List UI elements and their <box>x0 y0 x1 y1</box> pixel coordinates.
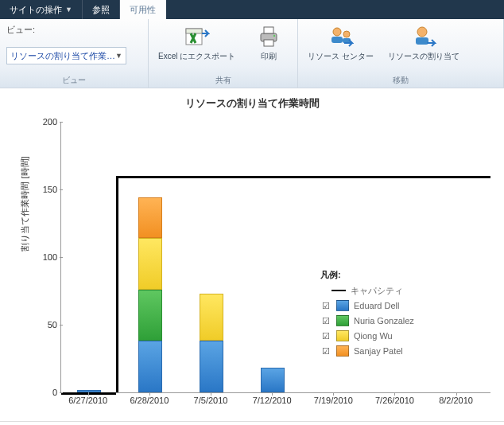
x-tick-label: 7/19/2010 <box>314 396 353 405</box>
x-tick-label: 7/5/2010 <box>194 396 228 405</box>
printer-icon <box>256 24 281 49</box>
svg-rect-7 <box>331 37 343 43</box>
print-button[interactable]: 印刷 <box>246 22 291 63</box>
svg-rect-1 <box>186 29 202 33</box>
svg-rect-11 <box>416 37 428 45</box>
svg-point-10 <box>417 27 427 37</box>
resource-center-icon <box>328 24 354 49</box>
x-tick <box>149 392 150 396</box>
chevron-down-icon: ▼ <box>65 6 72 14</box>
legend-capacity-row: キャパシティ <box>320 284 456 297</box>
y-axis-label: 割り当て作業時間 [時間] <box>19 156 31 251</box>
legend-checkbox[interactable]: ☑ <box>320 346 331 357</box>
capacity-line <box>239 176 300 178</box>
bar-segment <box>138 197 162 238</box>
x-tick <box>333 392 334 396</box>
legend-swatch <box>336 345 349 357</box>
x-tick <box>394 392 395 396</box>
svg-rect-3 <box>264 27 273 33</box>
bar-stack <box>261 368 285 392</box>
resource-assign-button[interactable]: リソースの割り当て <box>385 22 463 63</box>
chart-title: リソースの割り当て作業時間 <box>6 96 498 111</box>
tab-strip: サイトの操作 ▼ 参照 可用性 <box>0 0 504 19</box>
x-tick <box>211 392 211 396</box>
bar-segment <box>200 341 223 392</box>
y-tick <box>60 325 63 326</box>
bar-segment <box>138 341 162 392</box>
svg-point-5 <box>273 35 275 37</box>
bar-segment <box>138 290 162 341</box>
legend-series-row: ☑Sanjay Patel <box>320 345 456 357</box>
legend-series-row: ☑Eduard Dell <box>320 299 456 312</box>
chart-panel: リソースの割り当て作業時間 割り当て作業時間 [時間] 凡例: キャパシティ ☑… <box>0 88 504 421</box>
legend-series-row: ☑Qiong Wu <box>320 329 456 342</box>
legend-checkbox[interactable]: ☑ <box>320 301 331 311</box>
bar-segment <box>200 294 223 341</box>
x-tick <box>272 392 273 396</box>
availability-tab[interactable]: 可用性 <box>120 0 166 19</box>
svg-point-6 <box>333 28 341 36</box>
ribbon-group-view: ビュー: リソースの割り当て作業… ▼ ビュー <box>0 19 149 88</box>
legend-checkbox[interactable]: ☑ <box>320 316 331 326</box>
legend-checkbox[interactable]: ☑ <box>320 331 331 341</box>
y-tick <box>60 122 63 123</box>
x-tick-label: 6/27/2010 <box>68 396 107 405</box>
resource-assign-icon <box>411 24 436 49</box>
site-actions-tab[interactable]: サイトの操作 ▼ <box>0 0 83 19</box>
browse-label: 参照 <box>92 4 110 16</box>
view-dropdown[interactable]: リソースの割り当て作業… ▼ <box>6 47 126 64</box>
print-label: 印刷 <box>261 52 277 61</box>
chevron-down-icon: ▼ <box>115 52 122 60</box>
bar-segment <box>138 238 162 290</box>
ribbon-group-move-label: 移動 <box>304 73 497 86</box>
capacity-line <box>178 176 239 178</box>
bar-segment <box>261 368 285 392</box>
y-tick <box>60 257 63 258</box>
legend-swatch <box>336 300 349 311</box>
svg-point-8 <box>343 31 350 37</box>
legend-capacity-label: キャパシティ <box>351 285 456 297</box>
y-tick <box>60 392 63 393</box>
bar-stack <box>138 197 162 392</box>
svg-rect-4 <box>264 40 273 46</box>
resource-center-label: リソース センター <box>308 52 374 61</box>
excel-export-icon <box>184 24 210 49</box>
legend-series-label: Qiong Wu <box>354 331 456 341</box>
x-tick-label: 6/28/2010 <box>130 396 169 405</box>
x-tick-label: 8/2/2010 <box>439 396 473 405</box>
capacity-line <box>423 176 490 178</box>
capacity-line <box>362 176 423 178</box>
y-tick-label: 200 <box>38 117 57 127</box>
resource-center-button[interactable]: リソース センター <box>304 22 377 63</box>
site-actions-label: サイトの操作 <box>10 4 62 16</box>
export-excel-button[interactable]: Excel にエクスポート <box>155 22 238 63</box>
y-tick-label: 100 <box>38 252 57 262</box>
browse-tab[interactable]: 参照 <box>83 0 120 19</box>
legend-series-row: ☑Nuria Gonzalez <box>320 314 456 327</box>
legend-series-label: Sanjay Patel <box>354 346 456 356</box>
ribbon-group-move: リソース センター リソースの割り当て 移動 <box>298 19 504 88</box>
capacity-line <box>61 392 116 395</box>
export-excel-label: Excel にエクスポート <box>158 52 235 61</box>
ribbon-group-view-label: ビュー <box>6 73 142 86</box>
availability-label: 可用性 <box>130 4 156 16</box>
x-tick <box>88 392 89 396</box>
legend: 凡例: キャパシティ ☑Eduard Dell☑Nuria Gonzalez☑Q… <box>320 269 456 360</box>
ribbon-group-share-label: 共有 <box>155 73 291 86</box>
capacity-line <box>300 176 362 178</box>
legend-title: 凡例: <box>320 269 456 281</box>
capacity-line <box>116 176 177 178</box>
resource-assign-label: リソースの割り当て <box>388 52 459 61</box>
ribbon-group-share: Excel にエクスポート 印刷 共有 <box>149 19 298 88</box>
legend-series-label: Nuria Gonzalez <box>354 316 456 326</box>
x-tick <box>456 392 457 396</box>
view-dropdown-text: リソースの割り当て作業… <box>10 50 115 62</box>
bar-stack <box>200 294 223 392</box>
torn-edge <box>0 422 504 425</box>
legend-series-label: Eduard Dell <box>354 301 456 310</box>
x-tick-label: 7/26/2010 <box>375 396 414 405</box>
legend-swatch <box>336 330 349 341</box>
view-label: ビュー: <box>6 24 35 36</box>
capacity-line-icon <box>331 290 346 291</box>
legend-swatch <box>336 315 349 326</box>
